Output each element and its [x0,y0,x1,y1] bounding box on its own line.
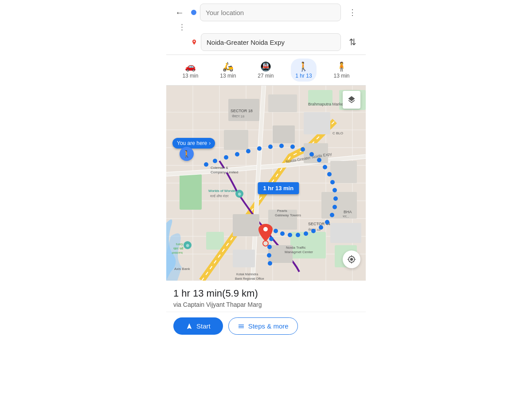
svg-point-89 [288,233,292,237]
svg-text:Pearls: Pearls [277,209,287,213]
chevron-right-icon: › [209,140,211,146]
svg-point-75 [309,152,314,156]
swap-button[interactable]: ⇅ [344,34,360,50]
app-container: ← ⋮ ⇅ [166,0,366,340]
transport-tabs: 🚗 13 min 🛵 13 min 🚇 27 min 🚶 1 hr 13 🧍 1… [166,55,366,86]
svg-point-93 [267,245,272,249]
svg-text:Worlds of Wonder: Worlds of Wonder [208,189,237,193]
steps-button[interactable]: Steps & more [228,317,298,335]
svg-text:भर...: भर... [343,215,349,219]
locate-icon [347,255,356,264]
svg-point-78 [327,172,332,176]
svg-point-95 [268,261,272,266]
tab-walk[interactable]: 🚶 1 hr 13 [291,59,316,82]
map-locate-button[interactable] [343,250,360,268]
rideshare-icon: 🧍 [336,61,347,72]
svg-rect-30 [321,192,357,219]
tab-rideshare[interactable]: 🧍 13 min [329,59,354,82]
svg-rect-31 [330,223,361,243]
svg-point-79 [330,180,335,184]
map-layers-button[interactable] [343,91,360,109]
svg-text:Noida Traffic: Noida Traffic [286,246,306,250]
svg-point-96 [263,227,268,231]
svg-text:सेक्टर 18: सेक्टर 18 [231,114,245,118]
svg-point-70 [257,146,262,151]
svg-text:Bank Regional Office: Bank Regional Office [235,277,264,281]
svg-point-66 [213,159,217,163]
map-time-text: 1 hr 13 min [263,185,293,192]
svg-rect-32 [233,214,259,236]
bike-label: 13 min [220,73,236,79]
rideshare-label: 13 min [333,73,349,79]
destination-pin-icon [191,39,197,45]
svg-point-74 [301,147,305,152]
svg-point-85 [319,225,323,230]
start-button[interactable]: Start [173,317,223,335]
svg-rect-20 [206,232,224,250]
route-distance: (5.9 km) [222,288,258,299]
tab-transit[interactable]: 🚇 27 min [253,59,278,82]
svg-text:⊕: ⊕ [186,243,189,248]
here-text: You are here [177,140,207,146]
list-icon [238,323,245,330]
svg-text:SECTOR 18: SECTOR 18 [231,109,253,113]
svg-point-94 [267,253,271,258]
svg-text:Kotak Mahindra: Kotak Mahindra [236,273,258,276]
map-time-badge: 1 hr 13 min [258,182,299,194]
svg-rect-26 [273,125,295,143]
map-container[interactable]: Noida-Greater Noida Expy सेक्टर 27 SECTO… [166,86,366,281]
bike-icon: 🛵 [223,61,234,72]
tab-bike[interactable]: 🛵 13 min [215,59,240,82]
svg-point-91 [274,229,278,233]
svg-point-88 [296,233,300,237]
svg-text:Gateway Towers: Gateway Towers [275,213,301,217]
origin-input[interactable] [200,4,341,21]
start-label: Start [196,322,211,330]
svg-rect-25 [224,130,248,150]
svg-point-82 [332,205,337,209]
destination-input[interactable] [201,33,341,51]
navigation-icon [186,323,193,330]
svg-point-76 [317,158,321,162]
steps-label: Steps & more [248,322,289,330]
you-are-here-badge[interactable]: You are here › [172,138,215,149]
svg-point-83 [330,213,334,217]
walk-label: 1 hr 13 [295,73,312,79]
svg-text:Coleman &: Coleman & [211,166,228,170]
origin-dot [191,10,196,15]
svg-point-69 [246,149,250,153]
route-via: via Captain Vijyant Thapar Marg [173,301,359,308]
svg-text:Company Limited: Company Limited [211,170,238,174]
svg-point-87 [304,231,308,236]
svg-point-86 [311,229,316,233]
action-buttons: Start Steps & more [166,312,366,340]
svg-text:C BLO: C BLO [332,131,343,135]
walk-circle: 🚶 [180,147,194,161]
swap-icon: ⇅ [349,37,356,47]
svg-point-90 [280,231,285,236]
svg-point-65 [204,162,208,167]
svg-text:⊕: ⊕ [238,192,241,196]
back-button[interactable]: ← [172,4,188,20]
tab-car[interactable]: 🚗 13 min [178,59,203,82]
svg-point-71 [268,145,273,149]
svg-text:खला पक्षी: खला पक्षी [173,247,184,250]
transit-label: 27 min [258,73,274,79]
svg-rect-21 [290,232,326,258]
svg-text:Managmet Center: Managmet Center [285,250,313,254]
svg-point-72 [279,144,284,148]
more-icon: ⋮ [348,8,356,17]
svg-rect-29 [330,161,357,183]
svg-text:वर्ल्ड ऑफ वंडर: वर्ल्ड ऑफ वंडर [210,194,229,198]
route-duration: 1 hr 13 min [173,288,222,299]
car-label: 13 min [182,73,198,79]
svg-text:tuary: tuary [176,243,183,246]
more-button[interactable]: ⋮ [344,4,360,20]
svg-point-81 [333,196,338,201]
svg-point-84 [325,220,329,224]
svg-point-67 [224,155,228,160]
route-info: 1 hr 13 min (5.9 km) via Captain Vijyant… [166,281,366,312]
svg-rect-24 [268,94,297,112]
svg-point-68 [235,152,239,156]
svg-point-92 [269,237,274,241]
